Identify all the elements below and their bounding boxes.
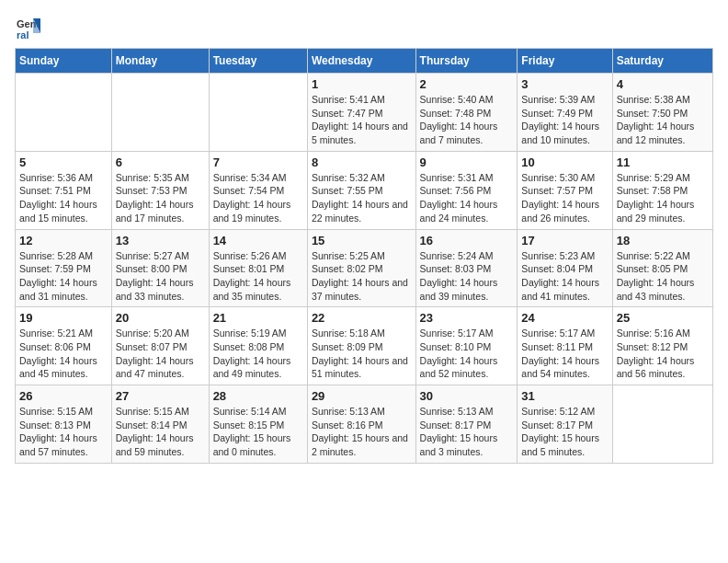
calendar-cell: 27Sunrise: 5:15 AMSunset: 8:14 PMDayligh… — [111, 385, 209, 464]
cell-day-number: 1 — [312, 77, 412, 91]
cell-info: Sunrise: 5:23 AMSunset: 8:04 PMDaylight:… — [521, 249, 608, 304]
calendar-cell: 8Sunrise: 5:32 AMSunset: 7:55 PMDaylight… — [307, 151, 415, 229]
cell-info: Sunrise: 5:14 AMSunset: 8:15 PMDaylight:… — [213, 405, 303, 459]
cell-day-number: 28 — [213, 389, 303, 403]
calendar-week-1: 1Sunrise: 5:41 AMSunset: 7:47 PMDaylight… — [16, 74, 713, 152]
calendar-cell: 2Sunrise: 5:40 AMSunset: 7:48 PMDaylight… — [415, 74, 518, 152]
cell-info: Sunrise: 5:31 AMSunset: 7:56 PMDaylight:… — [420, 171, 514, 225]
day-of-week-tuesday: Tuesday — [209, 49, 307, 74]
cell-info: Sunrise: 5:15 AMSunset: 8:13 PMDaylight:… — [19, 405, 108, 459]
cell-day-number: 26 — [19, 389, 108, 403]
cell-day-number: 7 — [213, 155, 303, 169]
cell-info: Sunrise: 5:38 AMSunset: 7:50 PMDaylight:… — [617, 93, 709, 147]
calendar-cell: 28Sunrise: 5:14 AMSunset: 8:15 PMDayligh… — [209, 385, 307, 464]
cell-info: Sunrise: 5:39 AMSunset: 7:49 PMDaylight:… — [521, 93, 608, 147]
cell-day-number: 25 — [617, 311, 709, 325]
cell-info: Sunrise: 5:34 AMSunset: 7:54 PMDaylight:… — [213, 171, 303, 225]
cell-day-number: 30 — [420, 389, 514, 403]
cell-info: Sunrise: 5:16 AMSunset: 8:12 PMDaylight:… — [617, 327, 709, 381]
cell-day-number: 4 — [617, 77, 709, 91]
calendar-cell: 12Sunrise: 5:28 AMSunset: 7:59 PMDayligh… — [16, 229, 112, 307]
calendar-cell: 13Sunrise: 5:27 AMSunset: 8:00 PMDayligh… — [111, 229, 209, 307]
cell-day-number: 11 — [617, 155, 709, 169]
calendar-cell: 3Sunrise: 5:39 AMSunset: 7:49 PMDaylight… — [518, 74, 612, 152]
calendar-cell — [209, 74, 307, 152]
calendar-cell: 31Sunrise: 5:12 AMSunset: 8:17 PMDayligh… — [518, 385, 612, 464]
calendar-week-2: 5Sunrise: 5:36 AMSunset: 7:51 PMDaylight… — [16, 151, 713, 229]
cell-info: Sunrise: 5:18 AMSunset: 8:09 PMDaylight:… — [312, 327, 412, 381]
calendar-header-row: SundayMondayTuesdayWednesdayThursdayFrid… — [16, 49, 713, 74]
cell-day-number: 6 — [116, 155, 205, 169]
cell-info: Sunrise: 5:24 AMSunset: 8:03 PMDaylight:… — [420, 249, 514, 304]
cell-info: Sunrise: 5:13 AMSunset: 8:17 PMDaylight:… — [420, 405, 514, 459]
header: Gene ral — [15, 15, 713, 40]
cell-info: Sunrise: 5:17 AMSunset: 8:10 PMDaylight:… — [420, 327, 514, 381]
cell-day-number: 29 — [312, 389, 412, 403]
calendar-cell: 17Sunrise: 5:23 AMSunset: 8:04 PMDayligh… — [518, 229, 612, 307]
calendar-cell: 14Sunrise: 5:26 AMSunset: 8:01 PMDayligh… — [209, 229, 307, 307]
calendar-cell: 29Sunrise: 5:13 AMSunset: 8:16 PMDayligh… — [307, 385, 415, 464]
calendar-cell: 6Sunrise: 5:35 AMSunset: 7:53 PMDaylight… — [111, 151, 209, 229]
cell-day-number: 8 — [312, 155, 412, 169]
calendar-cell: 5Sunrise: 5:36 AMSunset: 7:51 PMDaylight… — [16, 151, 112, 229]
cell-day-number: 21 — [213, 311, 303, 325]
cell-info: Sunrise: 5:28 AMSunset: 7:59 PMDaylight:… — [19, 249, 108, 304]
cell-info: Sunrise: 5:21 AMSunset: 8:06 PMDaylight:… — [19, 327, 108, 381]
cell-info: Sunrise: 5:12 AMSunset: 8:17 PMDaylight:… — [521, 405, 608, 459]
calendar-cell: 21Sunrise: 5:19 AMSunset: 8:08 PMDayligh… — [209, 307, 307, 385]
cell-info: Sunrise: 5:13 AMSunset: 8:16 PMDaylight:… — [312, 405, 412, 459]
calendar-cell: 10Sunrise: 5:30 AMSunset: 7:57 PMDayligh… — [518, 151, 612, 229]
calendar-table: SundayMondayTuesdayWednesdayThursdayFrid… — [15, 48, 713, 464]
cell-day-number: 3 — [521, 77, 608, 91]
cell-day-number: 12 — [19, 234, 108, 247]
calendar-cell — [612, 385, 712, 464]
cell-info: Sunrise: 5:32 AMSunset: 7:55 PMDaylight:… — [312, 171, 412, 225]
cell-day-number: 9 — [420, 155, 514, 169]
calendar-cell: 1Sunrise: 5:41 AMSunset: 7:47 PMDaylight… — [307, 74, 415, 152]
cell-info: Sunrise: 5:40 AMSunset: 7:48 PMDaylight:… — [420, 93, 514, 147]
day-of-week-saturday: Saturday — [612, 49, 712, 74]
cell-day-number: 15 — [312, 234, 412, 247]
calendar-week-5: 26Sunrise: 5:15 AMSunset: 8:13 PMDayligh… — [16, 385, 713, 464]
logo-icon: Gene ral — [15, 15, 40, 40]
cell-info: Sunrise: 5:15 AMSunset: 8:14 PMDaylight:… — [116, 405, 205, 459]
cell-info: Sunrise: 5:35 AMSunset: 7:53 PMDaylight:… — [116, 171, 205, 225]
cell-day-number: 20 — [116, 311, 205, 325]
calendar-cell: 22Sunrise: 5:18 AMSunset: 8:09 PMDayligh… — [307, 307, 415, 385]
calendar-cell: 23Sunrise: 5:17 AMSunset: 8:10 PMDayligh… — [415, 307, 518, 385]
cell-day-number: 14 — [213, 234, 303, 247]
calendar-cell: 20Sunrise: 5:20 AMSunset: 8:07 PMDayligh… — [111, 307, 209, 385]
cell-info: Sunrise: 5:27 AMSunset: 8:00 PMDaylight:… — [116, 249, 205, 304]
cell-info: Sunrise: 5:30 AMSunset: 7:57 PMDaylight:… — [521, 171, 608, 225]
calendar-cell: 26Sunrise: 5:15 AMSunset: 8:13 PMDayligh… — [16, 385, 112, 464]
cell-day-number: 10 — [521, 155, 608, 169]
calendar-cell: 9Sunrise: 5:31 AMSunset: 7:56 PMDaylight… — [415, 151, 518, 229]
cell-day-number: 5 — [19, 155, 108, 169]
logo: Gene ral — [15, 15, 44, 40]
cell-info: Sunrise: 5:19 AMSunset: 8:08 PMDaylight:… — [213, 327, 303, 381]
day-of-week-wednesday: Wednesday — [307, 49, 415, 74]
cell-info: Sunrise: 5:22 AMSunset: 8:05 PMDaylight:… — [617, 249, 709, 304]
cell-day-number: 31 — [521, 389, 608, 403]
calendar-cell: 16Sunrise: 5:24 AMSunset: 8:03 PMDayligh… — [415, 229, 518, 307]
cell-info: Sunrise: 5:41 AMSunset: 7:47 PMDaylight:… — [312, 93, 412, 147]
cell-day-number: 19 — [19, 311, 108, 325]
day-of-week-thursday: Thursday — [415, 49, 518, 74]
calendar-cell: 24Sunrise: 5:17 AMSunset: 8:11 PMDayligh… — [518, 307, 612, 385]
calendar-cell: 18Sunrise: 5:22 AMSunset: 8:05 PMDayligh… — [612, 229, 712, 307]
cell-info: Sunrise: 5:25 AMSunset: 8:02 PMDaylight:… — [312, 249, 412, 304]
cell-day-number: 18 — [617, 234, 709, 247]
calendar-cell: 15Sunrise: 5:25 AMSunset: 8:02 PMDayligh… — [307, 229, 415, 307]
calendar-cell: 11Sunrise: 5:29 AMSunset: 7:58 PMDayligh… — [612, 151, 712, 229]
cell-info: Sunrise: 5:36 AMSunset: 7:51 PMDaylight:… — [19, 171, 108, 225]
cell-day-number: 23 — [420, 311, 514, 325]
calendar-cell: 25Sunrise: 5:16 AMSunset: 8:12 PMDayligh… — [612, 307, 712, 385]
cell-info: Sunrise: 5:17 AMSunset: 8:11 PMDaylight:… — [521, 327, 608, 381]
day-of-week-monday: Monday — [111, 49, 209, 74]
calendar-cell — [111, 74, 209, 152]
calendar-cell: 19Sunrise: 5:21 AMSunset: 8:06 PMDayligh… — [16, 307, 112, 385]
day-of-week-friday: Friday — [518, 49, 612, 74]
calendar-cell: 7Sunrise: 5:34 AMSunset: 7:54 PMDaylight… — [209, 151, 307, 229]
cell-info: Sunrise: 5:20 AMSunset: 8:07 PMDaylight:… — [116, 327, 205, 381]
cell-day-number: 13 — [116, 234, 205, 247]
